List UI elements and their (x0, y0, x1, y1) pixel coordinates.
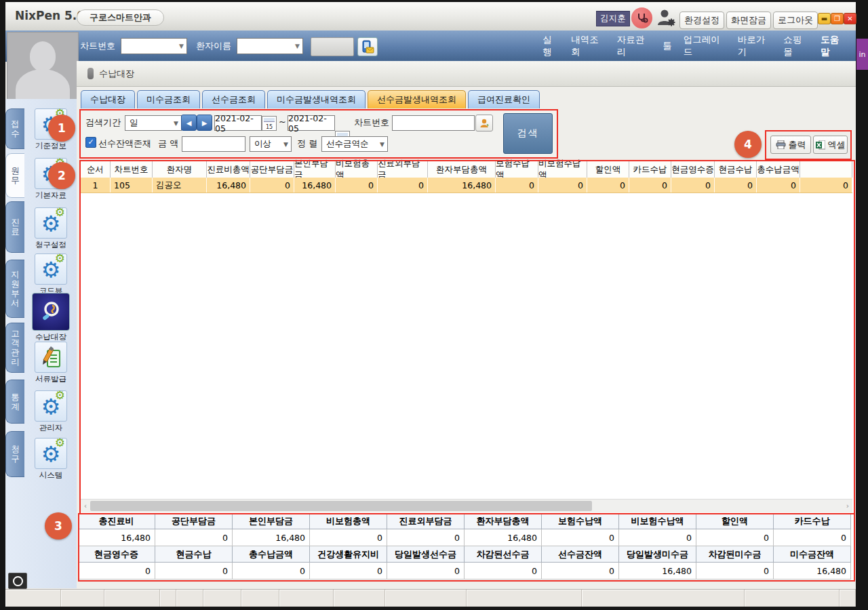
stethoscope-icon (636, 12, 648, 24)
next-date-button[interactable]: ▶ (197, 115, 212, 131)
status-segment (241, 590, 279, 607)
minimize-button[interactable]: ▬ (818, 13, 831, 24)
menu-item-6[interactable]: 바로가기 (738, 34, 772, 58)
sidebar-item-코드뷰[interactable]: ⚙⚙코드뷰 (26, 253, 76, 296)
restore-button[interactable]: ❐ (831, 13, 844, 24)
doctor-status-icon[interactable] (631, 7, 652, 28)
print-button[interactable]: 출력 (770, 136, 811, 154)
close-button[interactable]: ✕ (844, 13, 856, 24)
scrollbar-thumb[interactable] (90, 501, 592, 511)
balance-checkbox[interactable]: ✓ (85, 137, 96, 148)
sidebar-tab-7[interactable]: 청 구 (5, 431, 24, 477)
summary-header-cell: 총진료비 (78, 513, 155, 529)
scroll-right-icon[interactable]: › (843, 502, 852, 510)
summary-header-cell: 선수금잔액 (542, 546, 619, 563)
tab-6[interactable]: 급여진료확인 (468, 90, 540, 108)
page-title: 수납대장 (99, 68, 134, 80)
grid-header-cell[interactable]: 총수납금액 (757, 161, 800, 178)
sidebar-item-관리자[interactable]: ⚙⚙관리자 (26, 390, 76, 433)
search-button[interactable]: 검색 (503, 113, 553, 154)
sidebar-item-기본자료[interactable]: ⚙⚙기본자료 (26, 158, 76, 201)
date-to-input[interactable]: 2021-02-05 (288, 115, 335, 131)
grid-header-cell[interactable]: 현금영수증 (671, 161, 715, 178)
table-row[interactable]: 1105김공오16,480016,4800016,48000000000 (81, 178, 852, 193)
summary-header-row: 현금영수증현금수납총수납금액건강생활유지비당일발생선수금차감된선수금선수금잔액당… (78, 546, 851, 563)
grid-cell: 0 (378, 178, 428, 192)
settings-button[interactable]: 환경설정 (679, 12, 724, 29)
gear-tile: ⚙⚙ (35, 158, 67, 189)
grid-header-cell[interactable]: 카드수납 (629, 161, 671, 178)
amount-input[interactable] (182, 136, 245, 152)
grid-header-cell[interactable]: 차트번호 (111, 161, 153, 178)
date-from-input[interactable]: 2021-02-05 (214, 115, 262, 131)
sidebar-item-기준정보[interactable]: ⚙⚙기준정보 (26, 108, 76, 151)
horizontal-scrollbar[interactable]: ‹ › (81, 499, 852, 512)
filter-chart-no-input[interactable] (392, 115, 475, 131)
amount-condition-select[interactable]: 이상▼ (250, 136, 292, 152)
grid-header-cell[interactable]: 순서 (81, 161, 111, 178)
gear-icon: ⚙ (55, 390, 65, 401)
blank-button[interactable] (311, 37, 354, 56)
patient-name-combobox[interactable]: ▼ (237, 38, 303, 54)
excel-icon (816, 140, 825, 150)
sidebar-item-청구설정[interactable]: ⚙⚙청구설정 (26, 207, 76, 250)
tab-2[interactable]: 미수금조회 (137, 90, 200, 108)
grid-header-cell[interactable]: 비보험수납액 (538, 161, 587, 178)
patient-search-button[interactable] (475, 115, 493, 131)
tab-4[interactable]: 미수금발생내역조회 (267, 90, 366, 108)
menu-item-2[interactable]: 내역조회 (571, 34, 605, 58)
calendar-icon[interactable]: 15 (262, 116, 277, 131)
sidebar-item-서류발급[interactable]: 서류발급 (26, 342, 76, 384)
user-name-badge[interactable]: 김지훈 (596, 11, 630, 26)
scroll-left-icon[interactable]: ‹ (81, 502, 90, 510)
tab-3[interactable]: 선수금조회 (202, 90, 265, 108)
grid-header-cell[interactable]: 현금수납 (715, 161, 757, 178)
menu-item-5[interactable]: 업그레이드 (684, 34, 726, 58)
tab-5[interactable]: 선수금발생내역조회 (368, 90, 466, 108)
grid-cell: 0 (715, 178, 757, 192)
grid-cell: 16,480 (428, 178, 496, 192)
sidebar-tab-4[interactable]: 지 원 부 서 (5, 260, 24, 318)
menu-item-7[interactable]: 쇼핑몰 (783, 34, 809, 58)
menu-item-4[interactable]: 툴 (663, 40, 672, 52)
amount-label: 금 액 (158, 138, 178, 150)
sidebar-tab-1[interactable]: 접 수 (5, 108, 24, 149)
grid-header-cell[interactable]: 보험수납액 (496, 161, 538, 178)
grid-header-cell[interactable]: 본인부담금 (294, 161, 336, 178)
summary-value-cell: 16,480 (619, 563, 696, 580)
sidebar-tab-2[interactable]: 원 무 (5, 153, 24, 198)
period-label: 검색기간 (85, 117, 121, 129)
chart-no-combobox[interactable]: ▼ (121, 38, 187, 54)
screen-lock-button[interactable]: 화면잠금 (726, 12, 771, 29)
status-segment (203, 590, 241, 607)
grid-header-cell[interactable]: 비보험총액 (336, 161, 378, 178)
menu-item-3[interactable]: 자료관리 (617, 34, 651, 58)
sidebar-tab-6[interactable]: 통 계 (5, 380, 24, 424)
tab-1[interactable]: 수납대장 (81, 90, 135, 108)
sidebar-item-수납대장[interactable]: 수납대장 (26, 293, 76, 342)
sidebar-tab-3[interactable]: 진 료 (5, 201, 24, 253)
gear-icon: ⚙ (55, 108, 65, 119)
grid-header-cell[interactable]: 환자명 (153, 161, 207, 178)
menu-item-1[interactable]: 실행 (542, 34, 559, 58)
period-select[interactable]: 일▼ (125, 115, 182, 131)
summary-header-cell: 당일발생미수금 (619, 546, 696, 563)
screen-capture-icon[interactable] (8, 573, 27, 589)
gear-tile: ⚙⚙ (35, 390, 67, 422)
sidebar-item-시스템[interactable]: ⚙⚙시스템 (26, 438, 76, 481)
grid-header-cell[interactable]: 진료비총액 (207, 161, 250, 178)
excel-button[interactable]: 엑셀 (813, 136, 848, 154)
grid-header-cell[interactable]: 환자부담총액 (428, 161, 496, 178)
grid-header-cell[interactable]: 공단부담금 (250, 161, 294, 178)
prev-date-button[interactable]: ◀ (181, 115, 197, 131)
grid-cell: 105 (111, 178, 153, 192)
grid-header-cell[interactable]: 할인액 (587, 161, 629, 178)
sidebar-item-label: 기본자료 (35, 190, 66, 201)
menu-item-8[interactable]: 도움말 (821, 34, 846, 58)
sort-select[interactable]: 선수금역순▼ (321, 136, 388, 152)
grid-header-cell[interactable]: 진료외부담금 (378, 161, 428, 178)
logout-button[interactable]: 로그아웃 (773, 12, 818, 29)
sms-button[interactable] (357, 37, 378, 56)
user-settings-icon[interactable] (656, 7, 676, 30)
sidebar-tab-5[interactable]: 고 객 관 리 (5, 323, 24, 373)
